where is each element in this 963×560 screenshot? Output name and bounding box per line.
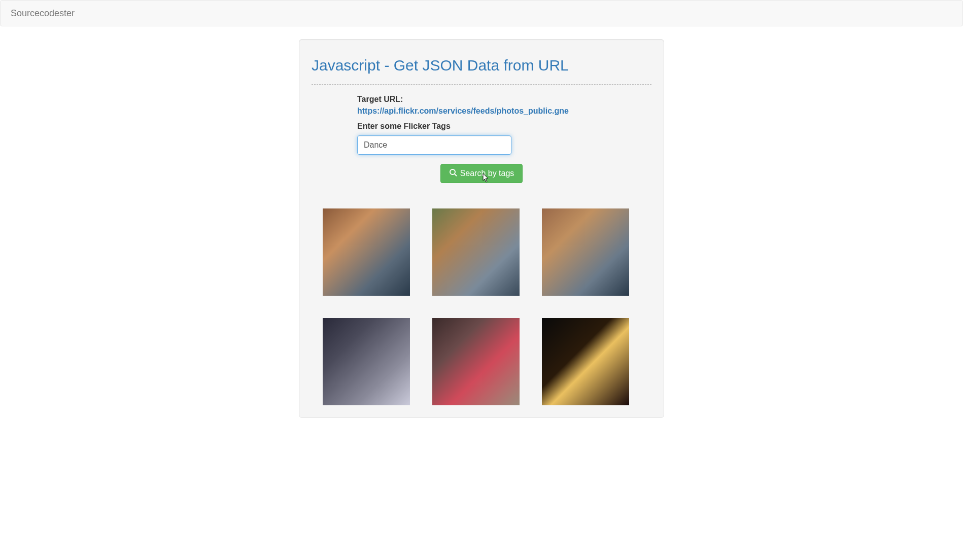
search-icon	[449, 168, 457, 179]
result-thumbnail[interactable]	[542, 208, 629, 296]
tags-input[interactable]	[357, 135, 511, 155]
main-container: Javascript - Get JSON Data from URL Targ…	[185, 39, 778, 418]
result-thumbnail[interactable]	[542, 318, 629, 405]
navbar-brand[interactable]: Sourcecodester	[11, 8, 75, 18]
page-title: Javascript - Get JSON Data from URL	[312, 57, 651, 74]
search-button-label: Search by tags	[460, 169, 514, 178]
navbar: Sourcecodester	[0, 0, 963, 26]
search-button[interactable]: Search by tags	[440, 164, 523, 183]
results-grid	[312, 208, 651, 405]
svg-line-1	[455, 174, 457, 176]
target-url-link[interactable]: https://api.flickr.com/services/feeds/ph…	[357, 107, 569, 116]
divider	[312, 84, 651, 85]
result-thumbnail[interactable]	[432, 318, 520, 405]
content-well: Javascript - Get JSON Data from URL Targ…	[299, 39, 664, 418]
svg-point-0	[450, 169, 455, 174]
form-area: Target URL: https://api.flickr.com/servi…	[357, 95, 606, 183]
result-thumbnail[interactable]	[323, 208, 410, 296]
tags-label: Enter some Flicker Tags	[357, 122, 606, 131]
result-thumbnail[interactable]	[432, 208, 520, 296]
result-thumbnail[interactable]	[323, 318, 410, 405]
target-url-label: Target URL:	[357, 95, 606, 104]
